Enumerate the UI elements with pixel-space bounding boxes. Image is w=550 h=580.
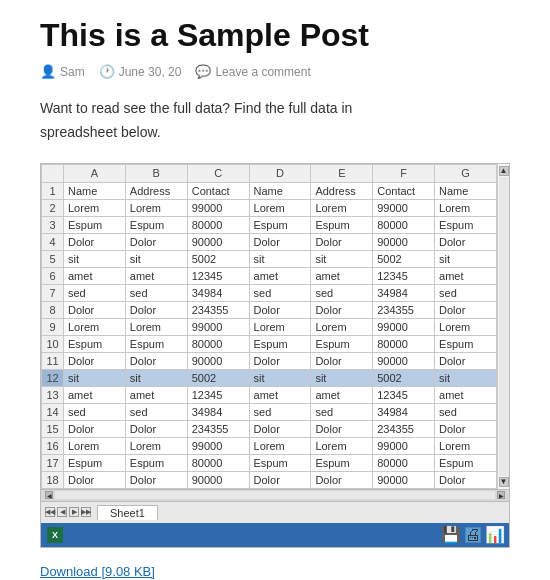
cell[interactable]: Lorem — [125, 318, 187, 335]
cell[interactable]: Lorem — [64, 318, 126, 335]
cell[interactable]: Espum — [311, 335, 373, 352]
sheet-nav-first[interactable]: ◀◀ — [45, 507, 55, 517]
save-icon[interactable]: 💾 — [443, 527, 459, 543]
cell[interactable]: Dolor — [64, 301, 126, 318]
cell[interactable]: Espum — [249, 454, 311, 471]
cell[interactable]: 234355 — [187, 301, 249, 318]
cell[interactable]: sed — [125, 403, 187, 420]
cell[interactable]: sit — [435, 369, 497, 386]
cell[interactable]: 34984 — [373, 403, 435, 420]
cell[interactable]: Dolor — [125, 301, 187, 318]
cell[interactable]: sit — [435, 250, 497, 267]
cell[interactable]: Contact — [187, 182, 249, 199]
cell[interactable]: 5002 — [373, 369, 435, 386]
cell[interactable]: Espum — [435, 454, 497, 471]
cell[interactable]: 80000 — [373, 216, 435, 233]
cell[interactable]: sed — [64, 403, 126, 420]
cell[interactable]: Dolor — [249, 233, 311, 250]
cell[interactable]: 90000 — [373, 233, 435, 250]
cell[interactable]: Espum — [64, 454, 126, 471]
sheet-nav-next[interactable]: ▶ — [69, 507, 79, 517]
cell[interactable]: Espum — [435, 335, 497, 352]
vertical-scrollbar[interactable]: ▲ ▼ — [497, 164, 509, 489]
cell[interactable]: amet — [435, 267, 497, 284]
cell[interactable]: Espum — [435, 216, 497, 233]
cell[interactable]: Lorem — [64, 437, 126, 454]
cell[interactable]: Dolor — [435, 352, 497, 369]
cell[interactable]: Dolor — [311, 352, 373, 369]
cell[interactable]: Espum — [125, 216, 187, 233]
cell[interactable]: sit — [249, 369, 311, 386]
cell[interactable]: 12345 — [187, 386, 249, 403]
cell[interactable]: 80000 — [187, 216, 249, 233]
cell[interactable]: amet — [64, 386, 126, 403]
cell[interactable]: Dolor — [64, 471, 126, 488]
cell[interactable]: Lorem — [249, 318, 311, 335]
cell[interactable]: Lorem — [435, 437, 497, 454]
cell[interactable]: 90000 — [373, 352, 435, 369]
download-link[interactable]: Download [9.08 KB] — [40, 564, 155, 579]
cell[interactable]: Dolor — [125, 233, 187, 250]
cell[interactable]: amet — [435, 386, 497, 403]
cell[interactable]: Dolor — [125, 352, 187, 369]
cell[interactable]: Espum — [64, 216, 126, 233]
cell[interactable]: amet — [311, 267, 373, 284]
cell[interactable]: 12345 — [187, 267, 249, 284]
cell[interactable]: sed — [249, 403, 311, 420]
cell[interactable]: Lorem — [435, 199, 497, 216]
cell[interactable]: sit — [64, 250, 126, 267]
cell[interactable]: amet — [311, 386, 373, 403]
scroll-up-arrow[interactable]: ▲ — [499, 166, 509, 176]
cell[interactable]: sed — [311, 403, 373, 420]
cell[interactable]: 234355 — [187, 420, 249, 437]
cell[interactable]: amet — [125, 267, 187, 284]
print-icon[interactable]: 🖨 — [465, 527, 481, 543]
scroll-right-arrow[interactable]: ▶ — [497, 491, 505, 499]
cell[interactable]: 234355 — [373, 420, 435, 437]
cell[interactable]: Espum — [311, 216, 373, 233]
cell[interactable]: Contact — [373, 182, 435, 199]
cell[interactable]: Lorem — [435, 318, 497, 335]
cell[interactable]: Dolor — [64, 352, 126, 369]
cell[interactable]: 12345 — [373, 386, 435, 403]
cell[interactable]: 90000 — [187, 471, 249, 488]
cell[interactable]: Dolor — [311, 301, 373, 318]
cell[interactable]: 99000 — [373, 199, 435, 216]
comment-link[interactable]: Leave a comment — [215, 65, 310, 79]
cell[interactable]: Dolor — [435, 233, 497, 250]
cell[interactable]: sed — [249, 284, 311, 301]
cell[interactable]: 80000 — [373, 335, 435, 352]
cell[interactable]: Lorem — [249, 199, 311, 216]
cell[interactable]: Address — [125, 182, 187, 199]
scroll-left-arrow[interactable]: ◀ — [45, 491, 53, 499]
cell[interactable]: Dolor — [64, 233, 126, 250]
view-icon[interactable]: 📊 — [487, 527, 503, 543]
cell[interactable]: Name — [435, 182, 497, 199]
cell[interactable]: sit — [311, 250, 373, 267]
cell[interactable]: 34984 — [373, 284, 435, 301]
cell[interactable]: Dolor — [125, 471, 187, 488]
cell[interactable]: 90000 — [187, 233, 249, 250]
cell[interactable]: 99000 — [373, 437, 435, 454]
cell[interactable]: Dolor — [435, 301, 497, 318]
cell[interactable]: Dolor — [435, 471, 497, 488]
cell[interactable]: amet — [249, 386, 311, 403]
cell[interactable]: 34984 — [187, 403, 249, 420]
cell[interactable]: 99000 — [187, 199, 249, 216]
cell[interactable]: Dolor — [435, 420, 497, 437]
cell[interactable]: 90000 — [373, 471, 435, 488]
cell[interactable]: sed — [311, 284, 373, 301]
sheet-nav-prev[interactable]: ◀ — [57, 507, 67, 517]
cell[interactable]: Name — [249, 182, 311, 199]
horizontal-scroll-bar[interactable]: ◀ ▶ — [41, 489, 509, 501]
cell[interactable]: Espum — [125, 335, 187, 352]
cell[interactable]: sit — [311, 369, 373, 386]
cell[interactable]: Espum — [249, 335, 311, 352]
cell[interactable]: Dolor — [64, 420, 126, 437]
cell[interactable]: amet — [249, 267, 311, 284]
cell[interactable]: Espum — [64, 335, 126, 352]
cell[interactable]: Lorem — [125, 437, 187, 454]
cell[interactable]: Espum — [311, 454, 373, 471]
cell[interactable]: sit — [64, 369, 126, 386]
cell[interactable]: sit — [125, 369, 187, 386]
